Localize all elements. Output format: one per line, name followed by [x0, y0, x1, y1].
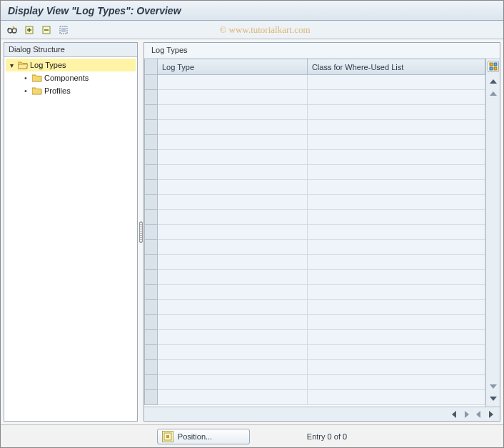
cell-log-type[interactable]: [158, 285, 308, 300]
row-selector[interactable]: [145, 270, 158, 285]
cell-class[interactable]: [307, 270, 485, 285]
table-row[interactable]: [145, 165, 485, 180]
cell-log-type[interactable]: [158, 150, 308, 165]
column-header-class[interactable]: Class for Where-Used List: [307, 59, 485, 75]
row-selector[interactable]: [145, 315, 158, 330]
cell-log-type[interactable]: [158, 195, 308, 210]
scroll-up-button[interactable]: [488, 76, 499, 86]
cell-class[interactable]: [307, 120, 485, 135]
scroll-down-button[interactable]: [488, 394, 499, 404]
tree-node-components[interactable]: • Components: [6, 71, 136, 84]
cell-log-type[interactable]: [158, 255, 308, 270]
row-selector[interactable]: [145, 165, 158, 180]
row-selector[interactable]: [145, 120, 158, 135]
cell-log-type[interactable]: [158, 75, 308, 90]
table-row[interactable]: [145, 390, 485, 405]
table-row[interactable]: [145, 345, 485, 360]
cell-class[interactable]: [307, 330, 485, 345]
scroll-page-down-button[interactable]: [488, 382, 499, 392]
cell-class[interactable]: [307, 390, 485, 405]
table-row[interactable]: [145, 210, 485, 225]
table-row[interactable]: [145, 105, 485, 120]
cell-log-type[interactable]: [158, 90, 308, 105]
cell-class[interactable]: [307, 315, 485, 330]
cell-class[interactable]: [307, 285, 485, 300]
cell-log-type[interactable]: [158, 165, 308, 180]
table-row[interactable]: [145, 75, 485, 90]
cell-log-type[interactable]: [158, 345, 308, 360]
row-selector[interactable]: [145, 210, 158, 225]
row-selector[interactable]: [145, 105, 158, 120]
cell-log-type[interactable]: [158, 360, 308, 375]
cell-class[interactable]: [307, 240, 485, 255]
toggle-edit-button[interactable]: [5, 23, 19, 37]
scroll-page-left-button[interactable]: [461, 409, 473, 419]
cell-class[interactable]: [307, 255, 485, 270]
scroll-left-button[interactable]: [448, 409, 460, 419]
row-selector[interactable]: [145, 345, 158, 360]
cell-log-type[interactable]: [158, 375, 308, 390]
cell-class[interactable]: [307, 180, 485, 195]
cell-class[interactable]: [307, 375, 485, 390]
row-selector[interactable]: [145, 225, 158, 240]
table-row[interactable]: [145, 150, 485, 165]
row-selector[interactable]: [145, 285, 158, 300]
collapse-all-button[interactable]: [39, 23, 54, 37]
cell-class[interactable]: [307, 105, 485, 120]
cell-log-type[interactable]: [158, 240, 308, 255]
row-selector[interactable]: [145, 390, 158, 405]
cell-class[interactable]: [307, 195, 485, 210]
cell-log-type[interactable]: [158, 300, 308, 315]
scroll-page-up-button[interactable]: [488, 88, 499, 98]
cell-class[interactable]: [307, 135, 485, 150]
cell-class[interactable]: [307, 75, 485, 90]
tree-node-log-types[interactable]: ▾ Log Types: [6, 59, 136, 71]
cell-class[interactable]: [307, 345, 485, 360]
cell-log-type[interactable]: [158, 180, 308, 195]
table-row[interactable]: [145, 375, 485, 390]
table-row[interactable]: [145, 330, 485, 345]
table-row[interactable]: [145, 360, 485, 375]
row-selector-header[interactable]: [145, 59, 158, 75]
column-header-log-type[interactable]: Log Type: [158, 59, 308, 75]
table-row[interactable]: [145, 180, 485, 195]
tree-collapse-icon[interactable]: ▾: [7, 61, 16, 69]
expand-all-button[interactable]: [22, 23, 36, 37]
row-selector[interactable]: [145, 300, 158, 315]
row-selector[interactable]: [145, 330, 158, 345]
cell-class[interactable]: [307, 210, 485, 225]
cell-class[interactable]: [307, 150, 485, 165]
cell-log-type[interactable]: [158, 135, 308, 150]
configure-columns-button[interactable]: [488, 61, 499, 72]
table-row[interactable]: [145, 90, 485, 105]
table-row[interactable]: [145, 195, 485, 210]
table-row[interactable]: [145, 300, 485, 315]
cell-log-type[interactable]: [158, 315, 308, 330]
row-selector[interactable]: [145, 195, 158, 210]
table-row[interactable]: [145, 120, 485, 135]
row-selector[interactable]: [145, 375, 158, 390]
cell-log-type[interactable]: [158, 270, 308, 285]
cell-log-type[interactable]: [158, 210, 308, 225]
row-selector[interactable]: [145, 240, 158, 255]
cell-class[interactable]: [307, 300, 485, 315]
row-selector[interactable]: [145, 360, 158, 375]
table-row[interactable]: [145, 270, 485, 285]
position-button[interactable]: Position...: [157, 429, 250, 444]
table-row[interactable]: [145, 240, 485, 255]
cell-log-type[interactable]: [158, 120, 308, 135]
cell-log-type[interactable]: [158, 330, 308, 345]
cell-class[interactable]: [307, 360, 485, 375]
table-row[interactable]: [145, 225, 485, 240]
table-row[interactable]: [145, 315, 485, 330]
table-row[interactable]: [145, 285, 485, 300]
table-row[interactable]: [145, 255, 485, 270]
row-selector[interactable]: [145, 150, 158, 165]
tree-node-profiles[interactable]: • Profiles: [6, 84, 136, 97]
row-selector[interactable]: [145, 180, 158, 195]
cell-class[interactable]: [307, 225, 485, 240]
cell-log-type[interactable]: [158, 225, 308, 240]
cell-log-type[interactable]: [158, 390, 308, 405]
vertical-splitter[interactable]: [138, 39, 143, 424]
row-selector[interactable]: [145, 255, 158, 270]
